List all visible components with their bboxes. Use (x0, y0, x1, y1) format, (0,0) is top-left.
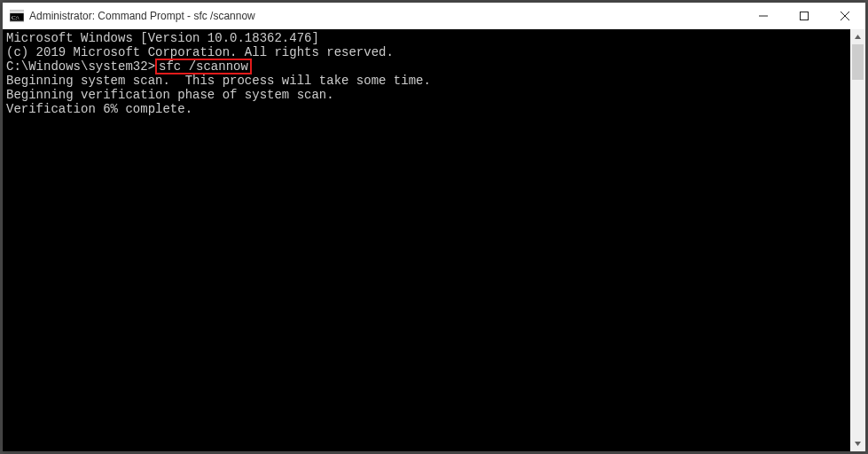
minimize-button[interactable] (743, 3, 784, 29)
svg-marker-7 (855, 35, 861, 39)
scroll-up-button[interactable] (850, 29, 865, 44)
output-line: Beginning system scan. This process will… (6, 74, 847, 88)
highlighted-command: sfc /scannow (155, 59, 252, 74)
window-title: Administrator: Command Prompt - sfc /sca… (29, 10, 255, 22)
svg-marker-8 (855, 442, 861, 446)
cmd-icon: C:\ (10, 9, 24, 23)
svg-rect-4 (801, 12, 809, 20)
vertical-scrollbar[interactable] (850, 29, 865, 451)
prompt-line: C:\Windows\system32>sfc /scannow (6, 59, 847, 74)
prompt-text: C:\Windows\system32> (6, 59, 155, 74)
output-line: Verification 6% complete. (6, 102, 847, 116)
svg-text:C:\: C:\ (12, 14, 20, 21)
maximize-button[interactable] (784, 3, 825, 29)
close-button[interactable] (825, 3, 865, 29)
output-line: Beginning verification phase of system s… (6, 88, 847, 102)
terminal-output[interactable]: Microsoft Windows [Version 10.0.18362.47… (3, 29, 850, 451)
output-line: Microsoft Windows [Version 10.0.18362.47… (6, 31, 847, 45)
command-prompt-window: C:\ Administrator: Command Prompt - sfc … (2, 2, 866, 452)
scroll-thumb[interactable] (852, 44, 864, 80)
titlebar[interactable]: C:\ Administrator: Command Prompt - sfc … (3, 3, 865, 29)
output-line: (c) 2019 Microsoft Corporation. All righ… (6, 45, 847, 59)
scroll-track[interactable] (850, 44, 865, 436)
svg-rect-1 (10, 11, 24, 13)
scroll-down-button[interactable] (850, 436, 865, 451)
client-area: Microsoft Windows [Version 10.0.18362.47… (3, 29, 865, 451)
